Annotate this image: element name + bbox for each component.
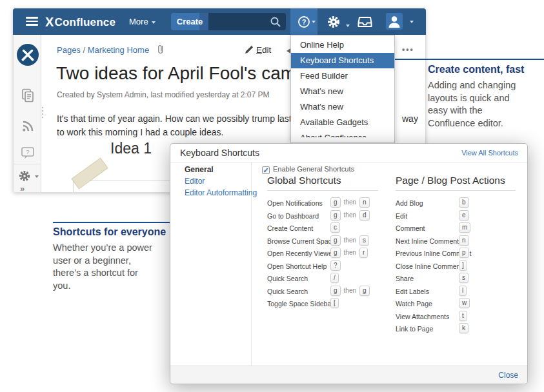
help-menu-item[interactable]: About Confluence xyxy=(291,130,394,137)
shortcut-row: Open Shortcut Help? xyxy=(267,260,383,273)
notifications-button[interactable] xyxy=(356,15,374,31)
close-dialog-link[interactable]: Close xyxy=(498,371,518,380)
help-menu-item[interactable]: What's new xyxy=(291,84,394,99)
user-avatar-icon xyxy=(386,13,403,30)
shortcut-keys: [ xyxy=(330,296,339,308)
page: XConfluence More Create ? xyxy=(0,0,544,392)
space-tools-button[interactable] xyxy=(19,170,39,184)
expand-sidebar-icon[interactable]: » xyxy=(20,184,23,193)
create-button[interactable]: Create xyxy=(171,13,208,30)
shortcut-label: Share xyxy=(396,275,414,282)
more-actions-button[interactable]: ••• xyxy=(402,45,414,54)
shortcut-label: Add Blog xyxy=(396,199,423,207)
shortcut-row: Watch Pagew xyxy=(396,297,521,310)
user-menu-button[interactable] xyxy=(386,13,403,32)
shortcut-row: Quick Searchgtheng xyxy=(267,285,383,298)
caret-down-icon xyxy=(410,21,414,23)
callout-line-shortcuts-modal xyxy=(53,222,170,223)
help-menu-item[interactable]: Available Gadgets xyxy=(291,115,394,130)
help-menu-item[interactable]: What's new xyxy=(291,99,394,115)
svg-text:?: ? xyxy=(302,18,307,26)
breadcrumb-link-space[interactable]: Marketing Home xyxy=(88,45,149,55)
caret-down-icon xyxy=(312,21,316,23)
global-shortcuts-heading: Global Shortcuts xyxy=(267,175,378,191)
body-line1: It's that time of year again. How can we… xyxy=(57,112,299,126)
shortcut-label: Browse Current Space xyxy=(267,237,336,245)
space-logo-icon[interactable] xyxy=(14,44,41,68)
then-label: then xyxy=(344,237,356,244)
key-pill: p xyxy=(459,248,469,258)
enable-shortcuts-label: Enable General Shortcuts xyxy=(273,165,354,173)
sidebar-divider xyxy=(14,164,41,164)
page-actions-column: Page / Blog Post Actions Add BlogbEditeC… xyxy=(396,175,521,335)
shortcut-label: Open Recently Viewed xyxy=(267,250,336,257)
shortcut-row: Commentm xyxy=(396,222,521,235)
shortcut-row: Open Recently Viewedgthenr xyxy=(267,247,383,260)
help-menu-item[interactable]: Online Help xyxy=(291,37,394,53)
annotation-heading: Shortcuts for everyone xyxy=(53,226,179,238)
questions-icon[interactable]: ? xyxy=(14,146,41,162)
more-menu-button[interactable]: More xyxy=(129,17,156,26)
key-pill: l xyxy=(459,286,467,296)
hamburger-icon[interactable] xyxy=(26,17,38,26)
attachment-paperclip-icon[interactable] xyxy=(157,44,165,57)
sidebar-resize-grip[interactable] xyxy=(42,107,43,118)
shortcut-label: Edit Labels xyxy=(396,288,429,295)
confluence-logo[interactable]: XConfluence xyxy=(45,14,116,29)
caret-down-icon xyxy=(35,175,39,178)
help-menu-item[interactable]: Keyboard Shortcuts xyxy=(291,53,394,68)
body-line2: to work this morning I had a couple idea… xyxy=(57,126,299,139)
blog-icon[interactable] xyxy=(14,118,41,136)
enable-shortcuts-checkbox[interactable]: ✓ xyxy=(262,166,270,174)
dialog-footer: Close xyxy=(170,366,527,384)
dialog-nav-item[interactable]: Editor Autoformatting xyxy=(185,188,251,197)
shortcut-label: Edit xyxy=(396,212,407,220)
key-pill: n xyxy=(359,197,370,208)
shortcut-keys: m xyxy=(459,220,470,233)
shortcut-label: Toggle Space Sidebar xyxy=(267,300,334,308)
shortcut-keys: b xyxy=(459,195,469,208)
dialog-nav-item[interactable]: General xyxy=(185,165,251,174)
then-label: then xyxy=(344,199,356,206)
dialog-nav-item[interactable]: Editor xyxy=(185,177,251,186)
key-pill: g xyxy=(330,197,341,208)
view-all-shortcuts-link[interactable]: View All Shortcuts xyxy=(461,149,518,157)
key-pill: / xyxy=(330,273,339,283)
help-menu-item[interactable]: Feed Builder xyxy=(291,68,394,84)
annotation-body: Whether you’re a power user or a beginne… xyxy=(53,242,179,292)
shortcut-row: Previous Inline Commentp xyxy=(396,247,521,260)
global-shortcuts-column: Global Shortcuts Open Notificationsgthen… xyxy=(267,175,383,310)
search-input[interactable] xyxy=(208,13,286,30)
shortcut-label: Watch Page xyxy=(396,300,432,308)
shortcut-keys: gthend xyxy=(330,208,370,220)
global-shortcuts-rows: Open NotificationsgthennGo to Dashboardg… xyxy=(267,197,383,310)
search-icon xyxy=(270,16,281,28)
pages-icon[interactable] xyxy=(14,87,41,106)
shortcut-keys: gthens xyxy=(330,233,369,246)
breadcrumb: Pages / Marketing Home xyxy=(57,44,165,57)
space-tools-gear-icon xyxy=(19,170,30,182)
key-pill: m xyxy=(459,222,470,233)
shortcut-label: Quick Search xyxy=(267,288,308,295)
then-label: then xyxy=(344,287,356,294)
help-menu-button[interactable]: ? xyxy=(290,8,317,35)
key-pill: c xyxy=(330,222,340,233)
shortcut-label: Create Content xyxy=(267,224,313,232)
keyboard-shortcuts-dialog: Keyboard Shortcuts View All Shortcuts Ge… xyxy=(170,143,528,384)
breadcrumb-link-pages[interactable]: Pages xyxy=(57,45,81,55)
shortcut-keys: k xyxy=(459,321,468,333)
confluence-logo-mark: X xyxy=(45,15,54,30)
shortcut-row: Go to Dashboardgthend xyxy=(267,210,383,222)
annotation-heading: Create content, fast xyxy=(428,64,543,75)
annotation-shortcuts: Shortcuts for everyone Whether you’re a … xyxy=(53,226,179,292)
shortcut-keys: ] xyxy=(459,259,467,271)
shortcut-label: View Attachments xyxy=(396,313,449,320)
shortcut-keys: c xyxy=(330,220,340,233)
page-title: Two ideas for April Fool's cam xyxy=(56,63,296,84)
help-icon: ? xyxy=(297,15,311,29)
shortcut-row: Link to Pagek xyxy=(396,322,521,335)
key-pill: s xyxy=(459,273,468,283)
key-pill: t xyxy=(459,311,467,321)
edit-button[interactable]: Edit xyxy=(245,45,271,55)
admin-settings-button[interactable] xyxy=(327,15,350,31)
